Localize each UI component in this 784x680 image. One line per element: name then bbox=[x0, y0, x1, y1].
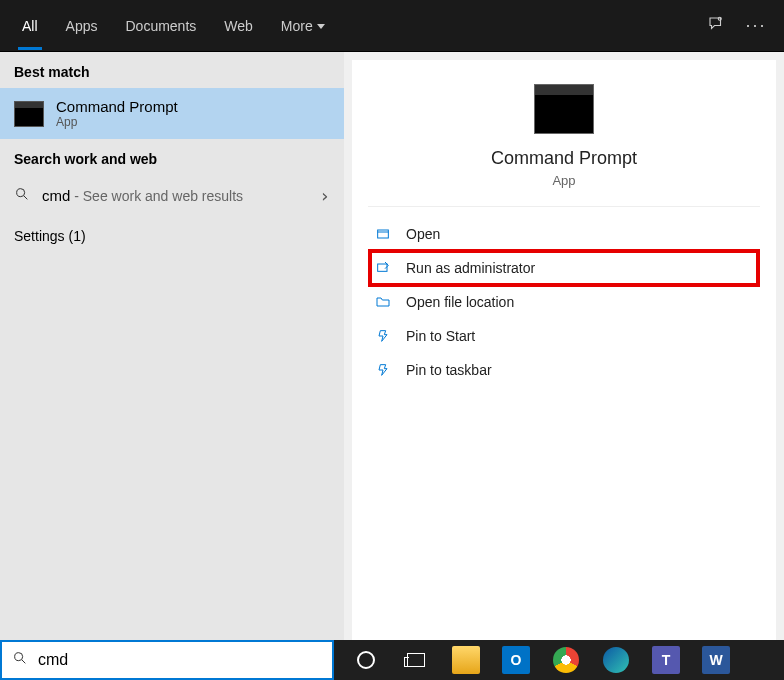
action-pin-to-taskbar[interactable]: Pin to taskbar bbox=[352, 353, 776, 387]
search-input[interactable] bbox=[38, 651, 322, 669]
best-match-subtitle: App bbox=[56, 115, 178, 129]
search-work-web-header: Search work and web bbox=[0, 139, 344, 175]
suggest-hint: - See work and web results bbox=[70, 188, 243, 204]
task-view-icon[interactable] bbox=[394, 640, 438, 680]
best-match-item[interactable]: Command Prompt App bbox=[0, 88, 344, 139]
preview-title: Command Prompt bbox=[491, 148, 637, 169]
preview-pane: Command Prompt App Open Run as administr… bbox=[352, 60, 776, 640]
action-pin-start-label: Pin to Start bbox=[406, 328, 475, 344]
preview-subtitle: App bbox=[552, 173, 575, 188]
best-match-header: Best match bbox=[0, 52, 344, 88]
tab-documents[interactable]: Documents bbox=[111, 2, 210, 50]
tab-more[interactable]: More bbox=[267, 2, 339, 50]
pin-taskbar-icon bbox=[374, 361, 392, 379]
svg-point-6 bbox=[15, 653, 23, 661]
svg-point-0 bbox=[718, 17, 721, 20]
tab-all[interactable]: All bbox=[8, 2, 52, 50]
outlook-icon[interactable]: O bbox=[494, 640, 538, 680]
search-icon bbox=[12, 650, 28, 670]
svg-line-2 bbox=[24, 196, 27, 199]
search-filter-tabs: All Apps Documents Web More ··· bbox=[0, 0, 784, 52]
settings-group[interactable]: Settings (1) bbox=[0, 216, 344, 256]
action-run-as-administrator[interactable]: Run as administrator bbox=[370, 251, 758, 285]
chevron-right-icon: › bbox=[319, 185, 330, 206]
more-options-icon[interactable]: ··· bbox=[736, 15, 776, 36]
suggest-term: cmd bbox=[42, 187, 70, 204]
file-explorer-icon[interactable] bbox=[444, 640, 488, 680]
teams-icon[interactable]: T bbox=[644, 640, 688, 680]
action-open[interactable]: Open bbox=[352, 217, 776, 251]
tab-apps[interactable]: Apps bbox=[52, 2, 112, 50]
action-open-location-label: Open file location bbox=[406, 294, 514, 310]
web-search-suggestion[interactable]: cmd - See work and web results › bbox=[0, 175, 344, 216]
command-prompt-icon bbox=[14, 101, 44, 127]
chevron-down-icon bbox=[317, 24, 325, 29]
command-prompt-icon-large bbox=[534, 84, 594, 134]
search-icon bbox=[14, 186, 30, 205]
svg-point-1 bbox=[17, 189, 25, 197]
admin-icon bbox=[374, 259, 392, 277]
cortana-icon[interactable] bbox=[344, 640, 388, 680]
chrome-icon[interactable] bbox=[544, 640, 588, 680]
action-pin-taskbar-label: Pin to taskbar bbox=[406, 362, 492, 378]
tab-web[interactable]: Web bbox=[210, 2, 267, 50]
folder-icon bbox=[374, 293, 392, 311]
svg-line-7 bbox=[22, 660, 25, 663]
feedback-icon[interactable] bbox=[696, 15, 736, 37]
results-pane: Best match Command Prompt App Search wor… bbox=[0, 52, 344, 640]
best-match-title: Command Prompt bbox=[56, 98, 178, 115]
action-run-admin-label: Run as administrator bbox=[406, 260, 535, 276]
open-icon bbox=[374, 225, 392, 243]
action-open-file-location[interactable]: Open file location bbox=[352, 285, 776, 319]
edge-icon[interactable] bbox=[594, 640, 638, 680]
action-pin-to-start[interactable]: Pin to Start bbox=[352, 319, 776, 353]
pin-start-icon bbox=[374, 327, 392, 345]
search-box[interactable] bbox=[0, 640, 334, 680]
action-open-label: Open bbox=[406, 226, 440, 242]
word-icon[interactable]: W bbox=[694, 640, 738, 680]
svg-rect-3 bbox=[378, 230, 389, 238]
